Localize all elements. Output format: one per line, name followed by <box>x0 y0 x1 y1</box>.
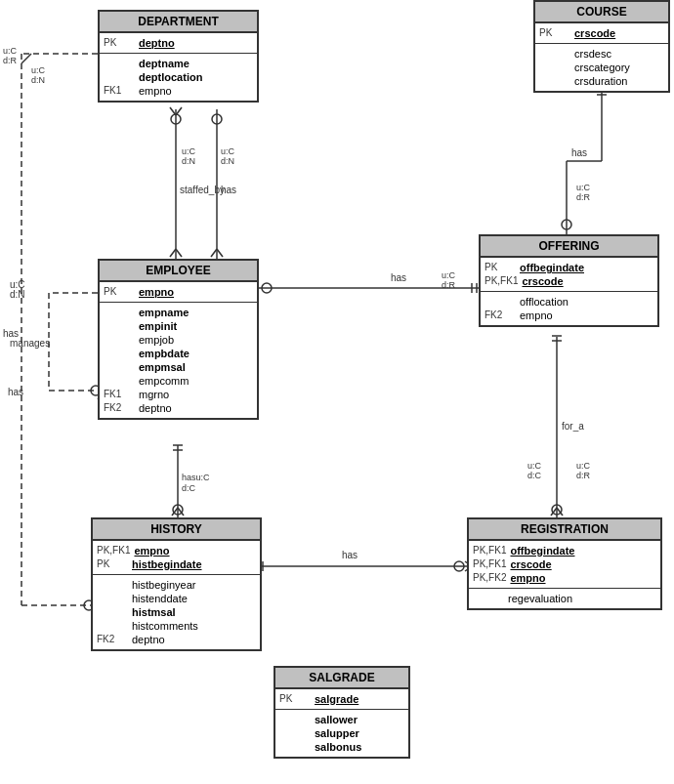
svg-line-10 <box>211 249 217 257</box>
emp-attr-0: empname <box>139 307 189 318</box>
dept-pk-label: PK <box>104 37 135 48</box>
emp-attr-3: empbdate <box>139 348 190 359</box>
svg-point-9 <box>212 114 222 124</box>
svg-text:d:R: d:R <box>576 471 591 480</box>
entity-salgrade: SALGRADE PK salgrade sallower salupper s… <box>274 666 410 759</box>
dept-attr-key-2: FK1 <box>104 85 135 96</box>
svg-text:u:C: u:C <box>576 461 591 471</box>
svg-text:d:R: d:R <box>442 280 456 290</box>
sal-pk-0: salgrade <box>315 693 358 705</box>
svg-line-6 <box>176 107 182 115</box>
emp-pk-attr: empno <box>139 286 174 298</box>
svg-line-5 <box>170 107 176 115</box>
hist-attr-0: histbeginyear <box>132 579 195 591</box>
svg-text:u:C: u:C <box>221 146 235 156</box>
off-pk-0: offbegindate <box>520 262 584 273</box>
svg-line-60 <box>172 508 178 516</box>
svg-text:d:R: d:R <box>576 192 591 202</box>
svg-text:for_a: for_a <box>562 421 584 432</box>
svg-text:hasu:C: hasu:C <box>182 473 210 482</box>
sal-attr-1: salupper <box>315 727 359 739</box>
svg-text:d:N: d:N <box>10 289 25 300</box>
svg-text:u:C: u:C <box>576 183 591 192</box>
dept-attr-1: deptlocation <box>139 71 202 83</box>
off-attr-1: empno <box>520 309 553 321</box>
dept-pk-attr: deptno <box>139 37 175 49</box>
svg-point-67 <box>454 561 464 571</box>
svg-line-11 <box>217 249 223 257</box>
sal-attr-2: salbonus <box>315 741 361 753</box>
entity-department: DEPARTMENT PK deptno deptname deptlocati… <box>98 10 259 103</box>
svg-text:has: has <box>8 387 23 397</box>
reg-attr-0: regevaluation <box>508 593 572 604</box>
reg-pk-1: crscode <box>510 558 551 570</box>
svg-text:d:C: d:C <box>182 483 196 493</box>
emp-attr-4: empmsal <box>139 361 186 373</box>
reg-pk-2: empno <box>510 572 545 584</box>
dept-attr-2: empno <box>139 85 172 97</box>
svg-line-2 <box>170 249 176 257</box>
svg-line-74 <box>21 54 31 63</box>
entity-offering-pk: PK offbegindate PK,FK1 crscode <box>481 258 657 292</box>
svg-text:u:C: u:C <box>31 65 46 75</box>
svg-point-38 <box>562 220 571 229</box>
svg-text:d:N: d:N <box>31 75 45 85</box>
svg-text:d:R: d:R <box>3 56 18 65</box>
course-attr-0: crsdesc <box>574 48 611 60</box>
entity-registration-title: REGISTRATION <box>469 519 660 541</box>
emp-pk-label: PK <box>104 286 135 297</box>
svg-text:staffed_by: staffed_by <box>180 185 225 195</box>
entity-salgrade-attrs: sallower salupper salbonus <box>275 710 408 757</box>
svg-text:u:C: u:C <box>182 146 196 156</box>
svg-point-59 <box>173 505 183 515</box>
entity-department-pk: PK deptno <box>100 33 257 54</box>
svg-text:d:C: d:C <box>527 471 542 480</box>
svg-text:u:C: u:C <box>442 270 456 280</box>
course-attr-1: crscategory <box>574 62 630 73</box>
hist-pk-0: empno <box>134 545 169 557</box>
emp-attr-1: empinit <box>139 320 177 332</box>
entity-history: HISTORY PK,FK1 empno PK histbegindate hi… <box>91 517 262 651</box>
entity-department-attrs: deptname deptlocation FK1 empno <box>100 54 257 101</box>
hist-attr-1: histenddate <box>132 593 188 604</box>
svg-text:u:C: u:C <box>3 46 18 56</box>
entity-employee-pk: PK empno <box>100 282 257 303</box>
entity-course-pk: PK crscode <box>535 23 668 44</box>
svg-text:has: has <box>342 550 358 560</box>
entity-course: COURSE PK crscode crsdesc crscategory cr… <box>533 0 670 93</box>
course-attr-2: crsduration <box>574 75 627 87</box>
hist-attr-2: histmsal <box>132 606 176 618</box>
svg-text:has: has <box>221 185 236 195</box>
entity-offering-title: OFFERING <box>481 236 657 258</box>
off-attr-0: offlocation <box>520 296 569 308</box>
svg-line-50 <box>557 508 563 516</box>
hist-pk-1: histbegindate <box>132 558 202 570</box>
svg-line-49 <box>551 508 557 516</box>
svg-text:has: has <box>391 272 406 283</box>
entity-registration-pk: PK,FK1 offbegindate PK,FK1 crscode PK,FK… <box>469 541 660 589</box>
emp-attr-7: deptno <box>139 402 172 414</box>
entity-employee: EMPLOYEE PK empno empname empinit empjob <box>98 259 259 420</box>
diagram-container: staffed_by has u:C d:N u:C d:N manages u… <box>0 0 674 784</box>
svg-text:u:C: u:C <box>10 279 25 290</box>
hist-attr-4: deptno <box>132 634 165 645</box>
dept-attr-0: deptname <box>139 58 190 69</box>
entity-salgrade-title: SALGRADE <box>275 668 408 689</box>
svg-point-48 <box>552 505 562 515</box>
svg-text:d:N: d:N <box>221 156 234 166</box>
hist-attr-3: histcomments <box>132 620 198 632</box>
svg-text:has: has <box>3 328 19 339</box>
emp-attr-5: empcomm <box>139 375 189 387</box>
entity-history-title: HISTORY <box>93 519 260 541</box>
entity-course-attrs: crsdesc crscategory crsduration <box>535 44 668 91</box>
svg-text:d:N: d:N <box>182 156 195 166</box>
emp-attr-2: empjob <box>139 334 174 346</box>
svg-point-4 <box>171 114 181 124</box>
entity-employee-attrs: empname empinit empjob empbdate empmsal … <box>100 303 257 418</box>
entity-department-title: DEPARTMENT <box>100 12 257 33</box>
svg-text:has: has <box>571 147 587 158</box>
off-pk-1: crscode <box>522 275 563 287</box>
entity-offering: OFFERING PK offbegindate PK,FK1 crscode … <box>479 234 659 327</box>
sal-attr-0: sallower <box>315 714 358 725</box>
svg-line-3 <box>176 249 182 257</box>
